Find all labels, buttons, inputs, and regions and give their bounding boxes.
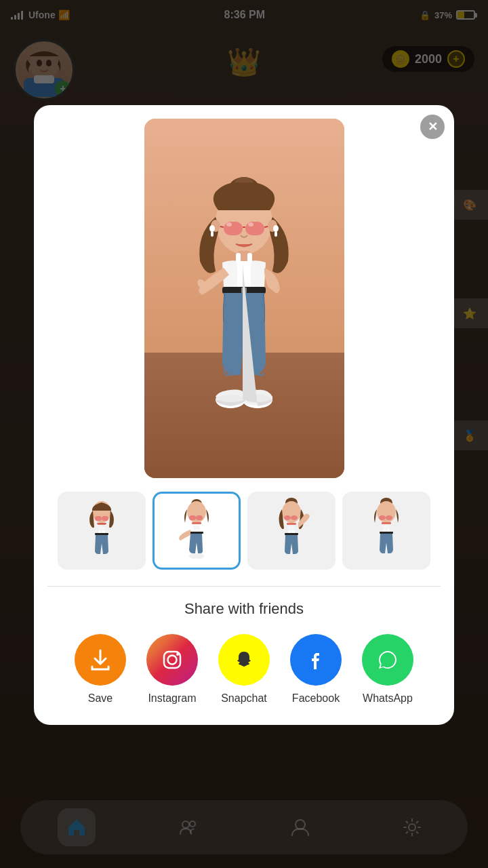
thumbnail-2[interactable]	[152, 492, 241, 570]
instagram-app[interactable]: Instagram	[146, 634, 198, 705]
instagram-icon	[146, 634, 198, 686]
close-button[interactable]: ✕	[420, 115, 445, 139]
svg-rect-68	[386, 515, 392, 520]
thumbnail-1[interactable]	[58, 492, 146, 570]
snapchat-label: Snapchat	[221, 692, 267, 705]
svg-rect-40	[95, 533, 108, 535]
svg-rect-67	[379, 515, 386, 520]
close-icon: ✕	[428, 119, 438, 134]
svg-rect-39	[102, 531, 105, 533]
svg-rect-37	[98, 527, 105, 531]
svg-rect-72	[387, 530, 390, 532]
snapchat-icon	[218, 634, 270, 686]
whatsapp-app[interactable]: WhatsApp	[362, 634, 413, 705]
svg-rect-56	[284, 515, 291, 520]
svg-rect-48	[193, 526, 200, 530]
svg-point-64	[289, 554, 299, 559]
avatar-figure	[169, 173, 319, 458]
svg-point-17	[209, 225, 215, 232]
svg-rect-36	[97, 523, 106, 524]
share-apps-row: Save Instagram Snapchat	[47, 634, 441, 705]
svg-rect-62	[285, 533, 298, 535]
svg-rect-20	[274, 231, 277, 237]
svg-rect-50	[197, 530, 200, 532]
facebook-label: Facebook	[292, 692, 340, 705]
thumbnail-4[interactable]	[342, 492, 430, 570]
svg-point-66	[377, 501, 396, 523]
svg-point-19	[273, 225, 279, 232]
svg-rect-69	[382, 522, 391, 524]
section-divider	[47, 586, 441, 587]
svg-rect-73	[380, 532, 393, 534]
facebook-icon	[290, 634, 342, 686]
svg-rect-58	[287, 523, 296, 525]
svg-point-53	[195, 553, 204, 559]
avatar-thumbnails	[47, 492, 441, 570]
svg-rect-47	[192, 522, 201, 524]
svg-point-55	[282, 501, 301, 523]
svg-rect-24	[247, 253, 252, 264]
svg-rect-46	[196, 515, 203, 520]
svg-rect-34	[102, 516, 108, 521]
svg-rect-9	[245, 222, 264, 235]
svg-point-13	[226, 222, 232, 226]
svg-point-75	[384, 553, 394, 559]
svg-rect-71	[383, 530, 386, 532]
svg-rect-8	[224, 222, 243, 235]
svg-point-14	[248, 222, 253, 226]
svg-rect-59	[288, 526, 295, 531]
svg-rect-61	[292, 531, 295, 533]
svg-point-78	[176, 653, 179, 656]
snapchat-app[interactable]: Snapchat	[218, 634, 270, 705]
svg-rect-51	[190, 532, 203, 534]
svg-rect-57	[291, 515, 298, 520]
thumbnail-3[interactable]	[247, 492, 336, 570]
save-app[interactable]: Save	[75, 634, 126, 705]
svg-rect-49	[193, 530, 196, 532]
svg-rect-33	[95, 516, 102, 521]
svg-rect-45	[189, 515, 196, 520]
avatar-preview	[144, 119, 344, 478]
save-icon	[75, 634, 126, 686]
save-label: Save	[88, 692, 113, 705]
svg-rect-38	[98, 531, 101, 533]
svg-point-42	[100, 554, 109, 559]
instagram-label: Instagram	[148, 692, 196, 705]
svg-point-77	[168, 656, 177, 665]
svg-point-44	[187, 501, 206, 523]
svg-rect-60	[288, 531, 291, 533]
share-modal: ✕	[34, 105, 454, 725]
svg-rect-70	[383, 526, 390, 530]
facebook-app[interactable]: Facebook	[290, 634, 342, 705]
svg-rect-23	[236, 253, 241, 264]
svg-rect-18	[211, 231, 214, 237]
whatsapp-icon	[362, 634, 413, 686]
share-title: Share with friends	[47, 600, 441, 618]
whatsapp-label: WhatsApp	[363, 692, 413, 705]
